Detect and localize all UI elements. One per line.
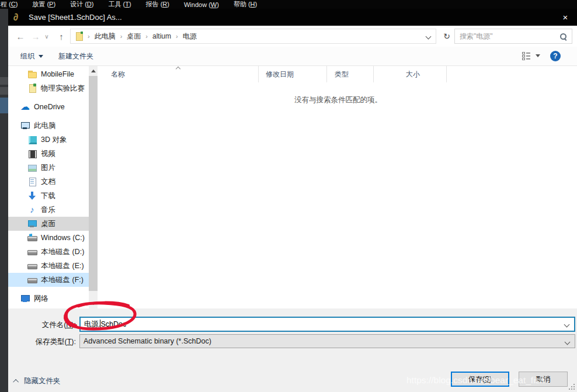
empty-message: 没有与搜索条件匹配的项。 — [99, 95, 577, 105]
breadcrumb-item[interactable]: altium — [151, 32, 172, 40]
view-mode-icon[interactable] — [522, 52, 531, 60]
sidebar-item[interactable]: Windows (C:) — [8, 231, 89, 245]
sidebar-item-label: 下载 — [41, 191, 55, 201]
sidebar-item[interactable]: 图片 — [8, 161, 89, 175]
background-panel-block — [0, 87, 8, 95]
resize-grip[interactable] — [569, 384, 575, 390]
sidebar-item[interactable]: ♪音乐 — [8, 203, 89, 217]
sidebar-item-label: 图片 — [41, 163, 55, 173]
new-folder-label: 新建文件夹 — [58, 51, 93, 61]
search-input[interactable] — [455, 29, 572, 43]
sidebar-item[interactable]: 视频 — [8, 147, 89, 161]
menu-item-3[interactable]: 工具 (T) — [108, 0, 131, 9]
sidebar-item[interactable]: ☁OneDrive — [8, 100, 89, 114]
organize-button[interactable]: 组织 — [20, 47, 43, 65]
chevron-down-icon — [565, 339, 571, 345]
dialog-titlebar[interactable]: ∂ Save [Sheet1.SchDoc] As... × — [8, 9, 577, 26]
sidebar-item[interactable]: 此电脑 — [8, 119, 89, 133]
sidebar-scrollbar[interactable] — [89, 66, 98, 308]
menu-item-5[interactable]: Window (W) — [184, 1, 219, 8]
column-header-name[interactable]: 名称 — [99, 66, 259, 82]
close-icon[interactable]: × — [554, 9, 577, 26]
breadcrumb-dropdown-icon[interactable] — [426, 34, 432, 40]
breadcrumb-item[interactable]: 此电脑 — [93, 32, 117, 41]
sidebar-item[interactable]: 本地磁盘 (D:) — [8, 245, 89, 259]
sidebar-item[interactable]: 本地磁盘 (E:) — [8, 259, 89, 273]
column-header-label: 修改日期 — [266, 70, 294, 79]
sidebar-item[interactable]: 下载 — [8, 189, 89, 203]
column-header-label: 大小 — [406, 70, 420, 79]
drive-win-icon — [27, 233, 37, 242]
search-icon[interactable] — [559, 33, 568, 41]
breadcrumb-item[interactable]: 电源 — [182, 32, 198, 41]
sidebar-item[interactable]: 本地磁盘 (F:) — [8, 273, 89, 287]
sidebar-item[interactable]: 网络 — [8, 292, 89, 306]
new-folder-button[interactable]: 新建文件夹 — [58, 47, 93, 65]
menu-item-6[interactable]: 帮助 (H) — [234, 0, 257, 9]
cloud-icon: ☁ — [20, 102, 30, 112]
column-header-type[interactable]: 类型 — [327, 66, 374, 82]
up-icon[interactable]: ↑ — [54, 29, 69, 44]
folder-icon — [27, 70, 37, 79]
dialog-toolbar: 组织 新建文件夹 ? — [8, 47, 577, 66]
sidebar-item[interactable]: MobileFile — [8, 67, 89, 81]
column-header-date[interactable]: 修改日期 — [259, 66, 327, 82]
folder-icon — [75, 32, 84, 41]
network-icon — [20, 294, 30, 303]
pc-icon — [20, 121, 30, 130]
history-dropdown-icon[interactable]: ∨ — [42, 29, 51, 44]
screen: 程 (C)放置 (P)设计 (D)工具 (T)报告 (R)Window (W)帮… — [0, 0, 577, 392]
sidebar-item[interactable]: 物理实验比赛 — [8, 81, 89, 95]
sidebar-item[interactable]: 3D 对象 — [8, 133, 89, 147]
filename-input[interactable] — [81, 318, 574, 331]
back-icon[interactable]: ← — [13, 29, 28, 44]
organize-label: 组织 — [20, 51, 34, 61]
save-as-dialog: ∂ Save [Sheet1.SchDoc] As... × ← → ∨ ↑ ›… — [8, 9, 577, 392]
sidebar-item-label: 本地磁盘 (E:) — [41, 261, 84, 271]
picture-icon — [27, 163, 37, 172]
menu-item-4[interactable]: 报告 (R) — [146, 0, 169, 9]
help-icon[interactable]: ? — [550, 51, 561, 61]
app-menubar: 程 (C)放置 (P)设计 (D)工具 (T)报告 (R)Window (W)帮… — [0, 0, 577, 9]
refresh-icon[interactable]: ↻ — [440, 29, 454, 44]
breadcrumb-item[interactable]: 桌面 — [126, 32, 142, 41]
breadcrumb[interactable]: ›此电脑›桌面›altium›电源 — [70, 29, 436, 44]
sidebar-item-label: 网络 — [34, 294, 48, 304]
view-dropdown-icon[interactable] — [536, 54, 540, 57]
menu-item-0[interactable]: 程 (C) — [1, 0, 18, 9]
background-panel-block — [0, 77, 8, 85]
sidebar-item-label: 音乐 — [41, 205, 55, 215]
sidebar-item[interactable]: 桌面 — [8, 217, 89, 231]
breadcrumb-separator-icon: › — [142, 33, 151, 40]
hide-folders-button[interactable]: 隐藏文件夹 — [15, 376, 61, 386]
sidebar-item-label: 桌面 — [41, 219, 55, 229]
cancel-button[interactable]: 取消 — [519, 372, 568, 387]
sidebar-item-label: 此电脑 — [34, 121, 56, 131]
scroll-down-icon[interactable] — [91, 302, 96, 305]
sidebar-item-label: 物理实验比赛 — [41, 84, 85, 93]
sidebar-item[interactable]: 文档 — [8, 175, 89, 189]
cube-icon — [27, 135, 37, 144]
savetype-label: 保存类型(T): — [12, 337, 76, 347]
savetype-value: Advanced Schematic binary (*.SchDoc) — [84, 337, 211, 345]
drive-icon — [27, 247, 37, 256]
menu-item-2[interactable]: 设计 (D) — [70, 0, 93, 9]
filename-combo — [79, 317, 575, 332]
scroll-up-icon[interactable] — [91, 70, 96, 72]
doc-icon — [27, 177, 37, 186]
desktop-icon — [27, 219, 37, 228]
scrollbar-thumb[interactable] — [89, 76, 98, 291]
sidebar-item-label: OneDrive — [34, 103, 65, 111]
breadcrumb-separator-icon: › — [172, 33, 182, 40]
breadcrumb-separator-icon: › — [117, 33, 126, 40]
menu-item-1[interactable]: 放置 (P) — [32, 0, 55, 9]
column-header-label: 类型 — [335, 70, 349, 79]
sidebar-item-label: 本地磁盘 (F:) — [41, 275, 84, 285]
save-button[interactable]: 保存(S) — [451, 372, 509, 387]
savetype-select[interactable]: Advanced Schematic binary (*.SchDoc) — [79, 334, 575, 348]
background-app-strip — [0, 9, 8, 392]
forward-icon[interactable]: → — [28, 29, 43, 44]
film-icon — [27, 149, 37, 158]
column-header-size[interactable]: 大小 — [374, 66, 447, 82]
column-header-label: 名称 — [111, 70, 125, 79]
